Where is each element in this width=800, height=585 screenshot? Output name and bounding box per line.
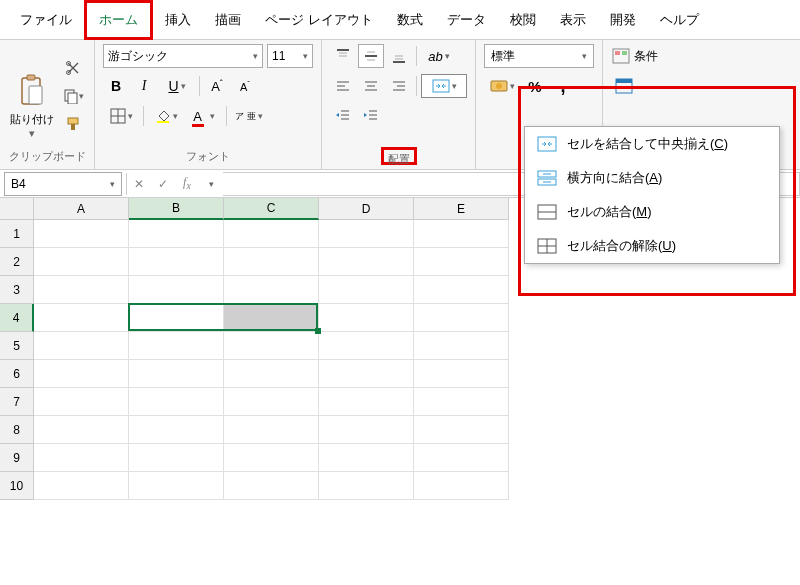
tab-developer[interactable]: 開発 bbox=[598, 3, 648, 37]
tab-insert[interactable]: 挿入 bbox=[153, 3, 203, 37]
tab-help[interactable]: ヘルプ bbox=[648, 3, 711, 37]
cell-B9[interactable] bbox=[129, 444, 224, 472]
cell-D2[interactable] bbox=[319, 248, 414, 276]
cell-D1[interactable] bbox=[319, 220, 414, 248]
cell-C1[interactable] bbox=[224, 220, 319, 248]
decrease-indent-button[interactable] bbox=[330, 104, 356, 128]
row-header-8[interactable]: 8 bbox=[0, 416, 34, 444]
cell-D6[interactable] bbox=[319, 360, 414, 388]
align-middle-button[interactable] bbox=[358, 44, 384, 68]
cell-A5[interactable] bbox=[34, 332, 129, 360]
fill-color-button[interactable]: ▾ bbox=[148, 104, 184, 128]
row-header-2[interactable]: 2 bbox=[0, 248, 34, 276]
col-header-E[interactable]: E bbox=[414, 198, 509, 220]
tab-formulas[interactable]: 数式 bbox=[385, 3, 435, 37]
cell-C3[interactable] bbox=[224, 276, 319, 304]
align-right-button[interactable] bbox=[386, 74, 412, 98]
tab-pagelayout[interactable]: ページ レイアウト bbox=[253, 3, 385, 37]
cell-C8[interactable] bbox=[224, 416, 319, 444]
cell-B5[interactable] bbox=[129, 332, 224, 360]
row-header-10[interactable]: 10 bbox=[0, 472, 34, 500]
font-color-button[interactable]: A ▾ bbox=[186, 104, 222, 128]
cell-D9[interactable] bbox=[319, 444, 414, 472]
cell-E9[interactable] bbox=[414, 444, 509, 472]
cell-A2[interactable] bbox=[34, 248, 129, 276]
format-painter-button[interactable] bbox=[60, 112, 86, 136]
align-center-button[interactable] bbox=[358, 74, 384, 98]
row-header-1[interactable]: 1 bbox=[0, 220, 34, 248]
cell-D5[interactable] bbox=[319, 332, 414, 360]
row-header-9[interactable]: 9 bbox=[0, 444, 34, 472]
cell-A8[interactable] bbox=[34, 416, 129, 444]
cell-B3[interactable] bbox=[129, 276, 224, 304]
borders-button[interactable]: ▾ bbox=[103, 104, 139, 128]
cell-A1[interactable] bbox=[34, 220, 129, 248]
cell-E2[interactable] bbox=[414, 248, 509, 276]
cell-C10[interactable] bbox=[224, 472, 319, 500]
fx-button[interactable]: fx bbox=[175, 172, 199, 196]
currency-button[interactable]: ▾ bbox=[484, 74, 520, 98]
cell-D8[interactable] bbox=[319, 416, 414, 444]
menu-merge-across[interactable]: 横方向に結合(A) bbox=[525, 161, 779, 195]
cell-B10[interactable] bbox=[129, 472, 224, 500]
align-bottom-button[interactable] bbox=[386, 44, 412, 68]
align-left-button[interactable] bbox=[330, 74, 356, 98]
number-format-select[interactable]: 標準 ▾ bbox=[484, 44, 594, 68]
row-header-4[interactable]: 4 bbox=[0, 304, 34, 332]
cell-E6[interactable] bbox=[414, 360, 509, 388]
col-header-D[interactable]: D bbox=[319, 198, 414, 220]
cell-A4[interactable] bbox=[34, 304, 129, 332]
col-header-A[interactable]: A bbox=[34, 198, 129, 220]
cell-C2[interactable] bbox=[224, 248, 319, 276]
cell-A6[interactable] bbox=[34, 360, 129, 388]
tab-view[interactable]: 表示 bbox=[548, 3, 598, 37]
comma-button[interactable]: , bbox=[550, 74, 576, 98]
cell-C4[interactable] bbox=[224, 304, 319, 332]
cell-C7[interactable] bbox=[224, 388, 319, 416]
tab-data[interactable]: データ bbox=[435, 3, 498, 37]
cell-C6[interactable] bbox=[224, 360, 319, 388]
cell-D4[interactable] bbox=[319, 304, 414, 332]
cell-B4[interactable] bbox=[129, 304, 224, 332]
orientation-button[interactable]: ab▾ bbox=[421, 44, 457, 68]
increase-indent-button[interactable] bbox=[358, 104, 384, 128]
menu-merge-center[interactable]: セルを結合して中央揃え(C) bbox=[525, 127, 779, 161]
tab-home[interactable]: ホーム bbox=[84, 0, 153, 40]
cell-A10[interactable] bbox=[34, 472, 129, 500]
copy-button[interactable]: ▾ bbox=[60, 84, 86, 108]
cell-A7[interactable] bbox=[34, 388, 129, 416]
increase-font-button[interactable]: Aˆ bbox=[204, 74, 230, 98]
enter-button[interactable]: ✓ bbox=[151, 172, 175, 196]
row-header-5[interactable]: 5 bbox=[0, 332, 34, 360]
col-header-B[interactable]: B bbox=[129, 198, 224, 220]
row-header-7[interactable]: 7 bbox=[0, 388, 34, 416]
cell-B6[interactable] bbox=[129, 360, 224, 388]
tab-file[interactable]: ファイル bbox=[8, 3, 84, 37]
cell-E8[interactable] bbox=[414, 416, 509, 444]
phonetic-button[interactable]: ア 亜 ▾ bbox=[231, 104, 267, 128]
cell-E3[interactable] bbox=[414, 276, 509, 304]
col-header-C[interactable]: C bbox=[224, 198, 319, 220]
cell-E7[interactable] bbox=[414, 388, 509, 416]
font-size-select[interactable]: 11 ▾ bbox=[267, 44, 313, 68]
cell-A3[interactable] bbox=[34, 276, 129, 304]
percent-button[interactable]: % bbox=[522, 74, 548, 98]
cell-B2[interactable] bbox=[129, 248, 224, 276]
cell-E5[interactable] bbox=[414, 332, 509, 360]
cell-E4[interactable] bbox=[414, 304, 509, 332]
bold-button[interactable]: B bbox=[103, 74, 129, 98]
cut-button[interactable] bbox=[60, 56, 86, 80]
cell-C9[interactable] bbox=[224, 444, 319, 472]
merge-button[interactable]: ▾ bbox=[421, 74, 467, 98]
cell-D3[interactable] bbox=[319, 276, 414, 304]
italic-button[interactable]: I bbox=[131, 74, 157, 98]
cell-A9[interactable] bbox=[34, 444, 129, 472]
row-header-6[interactable]: 6 bbox=[0, 360, 34, 388]
menu-unmerge[interactable]: セル結合の解除(U) bbox=[525, 229, 779, 263]
format-as-table-button[interactable] bbox=[611, 74, 637, 98]
paste-button[interactable]: 貼り付け ▾ bbox=[8, 52, 56, 140]
align-top-button[interactable] bbox=[330, 44, 356, 68]
tab-draw[interactable]: 描画 bbox=[203, 3, 253, 37]
menu-merge-cells[interactable]: セルの結合(M) bbox=[525, 195, 779, 229]
formula-dropdown[interactable]: ▾ bbox=[199, 172, 223, 196]
